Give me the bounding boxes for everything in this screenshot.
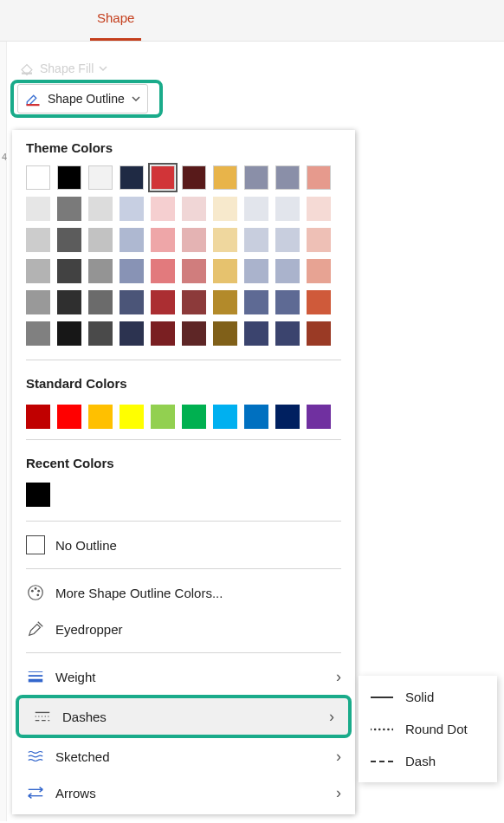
theme-swatch[interactable] (26, 228, 50, 252)
pen-outline-icon (25, 91, 41, 107)
theme-swatch[interactable] (244, 259, 268, 283)
divider (26, 439, 341, 440)
arrows-item[interactable]: Arrows › (12, 774, 355, 811)
theme-swatch[interactable] (213, 259, 237, 283)
eyedropper-icon (26, 619, 45, 638)
theme-swatch[interactable] (213, 321, 237, 346)
theme-swatch[interactable] (244, 197, 268, 221)
standard-swatch[interactable] (307, 405, 331, 429)
dash-option-dot[interactable]: Round Dot (359, 713, 497, 745)
theme-swatch[interactable] (182, 290, 206, 314)
dashes-label: Dashes (62, 710, 107, 724)
theme-swatch[interactable] (120, 197, 144, 221)
standard-swatch[interactable] (182, 405, 206, 429)
theme-swatch[interactable] (57, 259, 81, 283)
theme-swatch[interactable] (182, 197, 206, 221)
standard-swatch[interactable] (244, 405, 268, 429)
theme-swatch[interactable] (307, 165, 331, 190)
recent-swatch[interactable] (26, 483, 50, 507)
theme-colors-heading: Theme Colors (12, 130, 355, 162)
theme-swatch[interactable] (275, 197, 300, 221)
theme-swatch[interactable] (182, 165, 206, 190)
theme-swatch[interactable] (307, 259, 331, 283)
more-colors-label: More Shape Outline Colors... (55, 586, 223, 600)
theme-swatch[interactable] (275, 228, 300, 252)
theme-swatch[interactable] (244, 290, 268, 314)
no-outline-item[interactable]: No Outline (12, 527, 355, 563)
theme-swatch[interactable] (307, 290, 331, 314)
theme-swatch[interactable] (213, 228, 237, 252)
theme-swatch[interactable] (120, 228, 144, 252)
theme-swatch[interactable] (57, 321, 81, 346)
standard-swatch[interactable] (88, 405, 113, 429)
dashes-lines-icon (33, 707, 52, 726)
theme-swatch[interactable] (26, 197, 50, 221)
theme-swatch[interactable] (88, 321, 113, 346)
sketched-item[interactable]: Sketched › (12, 738, 355, 774)
theme-swatch[interactable] (57, 228, 81, 252)
theme-swatch[interactable] (244, 228, 268, 252)
weight-lines-icon (26, 667, 45, 686)
theme-swatch[interactable] (151, 290, 175, 314)
standard-colors-row (12, 398, 355, 434)
theme-swatch[interactable] (26, 259, 50, 283)
dash-option-dash[interactable]: Dash (359, 745, 497, 777)
theme-swatch[interactable] (182, 259, 206, 283)
theme-swatch[interactable] (151, 321, 175, 346)
ribbon-bar: Shape (0, 0, 504, 42)
theme-swatch[interactable] (26, 165, 50, 190)
theme-swatch[interactable] (275, 259, 300, 283)
standard-swatch[interactable] (120, 405, 144, 429)
theme-swatch[interactable] (182, 228, 206, 252)
standard-swatch[interactable] (275, 405, 300, 429)
standard-swatch[interactable] (213, 405, 237, 429)
theme-swatch[interactable] (244, 321, 268, 346)
weight-item[interactable]: Weight › (12, 658, 355, 695)
theme-swatch[interactable] (57, 197, 81, 221)
theme-swatch[interactable] (120, 259, 144, 283)
theme-swatch[interactable] (213, 290, 237, 314)
theme-swatch[interactable] (275, 165, 300, 190)
theme-swatch[interactable] (213, 197, 237, 221)
standard-swatch[interactable] (151, 405, 175, 429)
theme-swatch[interactable] (120, 290, 144, 314)
shape-fill-label: Shape Fill (40, 62, 94, 75)
theme-swatch[interactable] (88, 165, 113, 190)
chevron-right-icon: › (336, 784, 341, 802)
svg-rect-0 (22, 73, 32, 75)
theme-swatch[interactable] (151, 228, 175, 252)
standard-swatch[interactable] (57, 405, 81, 429)
theme-swatch[interactable] (213, 165, 237, 190)
theme-swatch[interactable] (88, 197, 113, 221)
standard-swatch[interactable] (26, 405, 50, 429)
more-colors-item[interactable]: More Shape Outline Colors... (12, 574, 355, 611)
shape-fill-button[interactable]: Shape Fill (19, 61, 107, 76)
theme-swatch[interactable] (151, 165, 175, 190)
shape-outline-button[interactable]: Shape Outline (17, 84, 148, 113)
theme-swatch[interactable] (307, 197, 331, 221)
theme-swatch[interactable] (120, 321, 144, 346)
theme-swatch[interactable] (182, 321, 206, 346)
theme-swatch[interactable] (244, 165, 268, 190)
tab-shape[interactable]: Shape (90, 0, 141, 41)
eyedropper-item[interactable]: Eyedropper (12, 611, 355, 647)
theme-swatch[interactable] (151, 259, 175, 283)
sketched-lines-icon (26, 747, 45, 766)
theme-swatch[interactable] (26, 290, 50, 314)
theme-swatch[interactable] (88, 259, 113, 283)
divider (26, 360, 341, 360)
theme-swatch[interactable] (275, 290, 300, 314)
theme-swatch[interactable] (275, 321, 300, 346)
theme-swatch[interactable] (88, 290, 113, 314)
theme-swatch[interactable] (120, 165, 144, 190)
theme-swatch[interactable] (151, 197, 175, 221)
theme-swatch[interactable] (57, 165, 81, 190)
theme-swatch[interactable] (307, 321, 331, 346)
dash-option-label: Solid (405, 690, 434, 704)
dash-option-solid[interactable]: Solid (359, 681, 497, 713)
theme-swatch[interactable] (307, 228, 331, 252)
theme-swatch[interactable] (26, 321, 50, 346)
theme-swatch[interactable] (57, 290, 81, 314)
dashes-item[interactable]: Dashes › (16, 695, 352, 738)
theme-swatch[interactable] (88, 228, 113, 252)
